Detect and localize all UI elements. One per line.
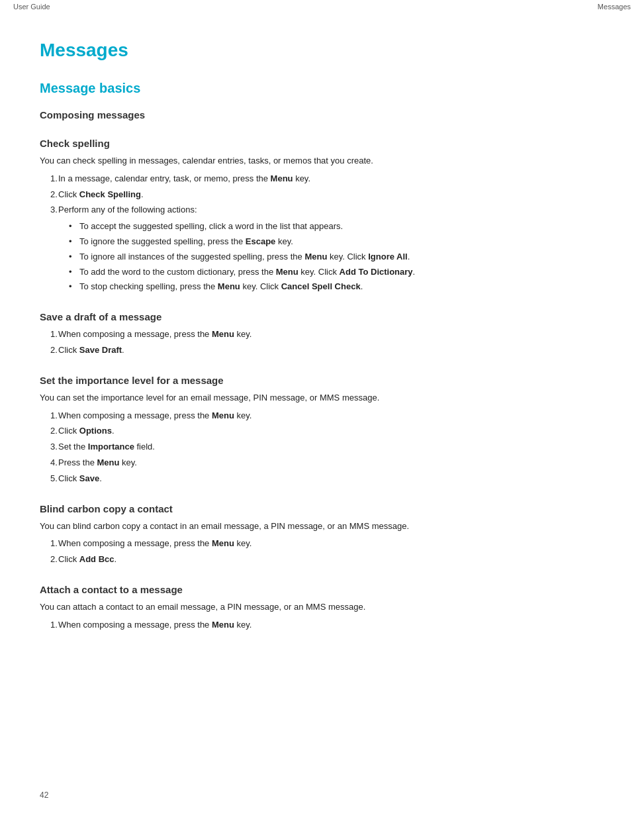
bullet-item: • To stop checking spelling, press the M…: [69, 280, 604, 294]
step-item: 1. In a message, calendar entry, task, o…: [40, 172, 604, 186]
step-num: 3.: [40, 203, 58, 217]
step-item: 2. Click Check Spelling.: [40, 188, 604, 202]
bcc-steps: 1. When composing a message, press the M…: [40, 537, 604, 567]
subsection-title-check-spelling: Check spelling: [40, 138, 604, 149]
step-num: 1.: [40, 328, 58, 342]
bullet-item: • To accept the suggested spelling, clic…: [69, 220, 604, 234]
section-title-message-basics: Message basics: [40, 81, 604, 96]
step-item: 1. When composing a message, press the M…: [40, 537, 604, 551]
section-composing: Composing messages: [40, 109, 604, 120]
step-text: Set the Importance field.: [58, 440, 155, 454]
bullet-item: • To add the word to the custom dictiona…: [69, 265, 604, 279]
subsection-title-attach-contact: Attach a contact to a message: [40, 584, 604, 595]
step-num: 5.: [40, 472, 58, 486]
step-item: 4. Press the Menu key.: [40, 456, 604, 470]
section-bcc: Blind carbon copy a contact You can blin…: [40, 503, 604, 567]
step-text: Press the Menu key.: [58, 456, 137, 470]
bullet-symbol: •: [69, 265, 79, 279]
step-text: Perform any of the following actions:: [58, 203, 197, 217]
step-item: 5. Click Save.: [40, 472, 604, 486]
section-importance: Set the importance level for a message Y…: [40, 375, 604, 486]
check-spelling-intro: You can check spelling in messages, cale…: [40, 154, 604, 168]
step-item: 2. Click Options.: [40, 424, 604, 438]
bullet-text: To ignore all instances of the suggested…: [79, 250, 410, 264]
bullet-symbol: •: [69, 235, 79, 249]
step-item: 1. When composing a message, press the M…: [40, 328, 604, 342]
step-num: 2.: [40, 344, 58, 358]
step-text: When composing a message, press the Menu…: [58, 618, 252, 632]
subsection-title-composing: Composing messages: [40, 109, 604, 120]
header-right: Messages: [598, 3, 631, 11]
bullet-symbol: •: [69, 250, 79, 264]
bullet-text: To ignore the suggested spelling, press …: [79, 235, 293, 249]
step-num: 2.: [40, 424, 58, 438]
step-num: 1.: [40, 537, 58, 551]
step-num: 1.: [40, 618, 58, 632]
attach-contact-intro: You can attach a contact to an email mes…: [40, 600, 604, 614]
page-title: Messages: [40, 40, 604, 61]
bullet-symbol: •: [69, 220, 79, 234]
step-text: Click Add Bcc.: [58, 553, 116, 567]
step-num: 3.: [40, 440, 58, 454]
importance-intro: You can set the importance level for an …: [40, 391, 604, 405]
step-num: 2.: [40, 553, 58, 567]
step-text: Click Save Draft.: [58, 344, 124, 358]
bullet-item: • To ignore all instances of the suggest…: [69, 250, 604, 264]
step-item: 2. Click Save Draft.: [40, 344, 604, 358]
importance-steps: 1. When composing a message, press the M…: [40, 409, 604, 486]
check-spelling-steps: 1. In a message, calendar entry, task, o…: [40, 172, 604, 217]
attach-contact-steps: 1. When composing a message, press the M…: [40, 618, 604, 632]
step-item: 1. When composing a message, press the M…: [40, 618, 604, 632]
step-text: When composing a message, press the Menu…: [58, 409, 252, 423]
bullet-text: To stop checking spelling, press the Men…: [79, 280, 363, 294]
section-check-spelling: Check spelling You can check spelling in…: [40, 138, 604, 294]
step-num: 4.: [40, 456, 58, 470]
bullet-symbol: •: [69, 280, 79, 294]
section-save-draft: Save a draft of a message 1. When compos…: [40, 311, 604, 358]
step-num: 1.: [40, 172, 58, 186]
step-num: 2.: [40, 188, 58, 202]
page-number: 42: [40, 790, 48, 800]
step-item: 2. Click Add Bcc.: [40, 553, 604, 567]
bullet-text: To add the word to the custom dictionary…: [79, 265, 415, 279]
step-text: Click Options.: [58, 424, 115, 438]
section-attach-contact: Attach a contact to a message You can at…: [40, 584, 604, 632]
check-spelling-bullets: • To accept the suggested spelling, clic…: [69, 220, 604, 294]
step-text: When composing a message, press the Menu…: [58, 328, 252, 342]
subsection-title-save-draft: Save a draft of a message: [40, 311, 604, 322]
step-text: When composing a message, press the Menu…: [58, 537, 252, 551]
bcc-intro: You can blind carbon copy a contact in a…: [40, 520, 604, 534]
step-item: 1. When composing a message, press the M…: [40, 409, 604, 423]
header-left: User Guide: [13, 3, 50, 11]
page-content: Messages Message basics Composing messag…: [0, 13, 644, 689]
step-text: In a message, calendar entry, task, or m…: [58, 172, 310, 186]
step-num: 1.: [40, 409, 58, 423]
bullet-item: • To ignore the suggested spelling, pres…: [69, 235, 604, 249]
step-text: Click Save.: [58, 472, 102, 486]
subsection-title-importance: Set the importance level for a message: [40, 375, 604, 386]
step-item: 3. Set the Importance field.: [40, 440, 604, 454]
save-draft-steps: 1. When composing a message, press the M…: [40, 328, 604, 358]
bullet-text: To accept the suggested spelling, click …: [79, 220, 343, 234]
subsection-title-bcc: Blind carbon copy a contact: [40, 503, 604, 514]
step-text: Click Check Spelling.: [58, 188, 144, 202]
step-item: 3. Perform any of the following actions:: [40, 203, 604, 217]
